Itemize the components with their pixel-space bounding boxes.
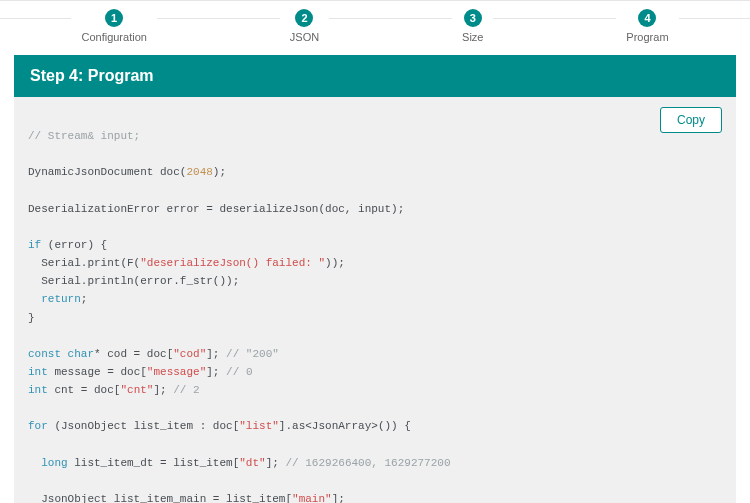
step-number: 2 [295,9,313,27]
code-text: } [28,312,35,324]
code-text: * cod = doc[ [94,348,173,360]
code-comment: // 0 [226,366,252,378]
code-number: 2048 [186,166,212,178]
code-keyword: return [28,293,81,305]
code-text: (error) { [41,239,107,251]
step-size[interactable]: 3 Size [452,9,493,43]
code-comment: // Stream& input; [28,130,140,142]
code-string: "cnt" [120,384,153,396]
code-string: "dt" [239,457,265,469]
code-text: ]; [332,493,345,503]
step-label: Configuration [81,31,146,43]
copy-button[interactable]: Copy [660,107,722,133]
code-keyword: long [28,457,68,469]
code-text: ); [213,166,226,178]
code-string: "main" [292,493,332,503]
step-label: Size [462,31,483,43]
code-keyword: int [28,366,48,378]
code-text: JsonObject list_item_main = list_item[ [28,493,292,503]
code-keyword: const char [28,348,94,360]
code-text: ]; [153,384,173,396]
code-text: list_item_dt = list_item[ [68,457,240,469]
code-comment: // 1629266400, 1629277200 [285,457,450,469]
code-comment: // 2 [173,384,199,396]
code-text: ].as<JsonArray>()) { [279,420,411,432]
step-number: 4 [638,9,656,27]
step-number: 3 [464,9,482,27]
code-block: Copy// Stream& input; DynamicJsonDocumen… [14,97,736,503]
program-panel: Step 4: Program Copy// Stream& input; Dy… [14,55,736,503]
code-text: message = doc[ [48,366,147,378]
code-text: Serial.print(F( [28,257,140,269]
code-text: ]; [266,457,286,469]
code-text: ]; [206,366,226,378]
code-text: Serial.println(error.f_str()); [28,275,239,287]
step-configuration[interactable]: 1 Configuration [71,9,156,43]
code-text: ; [81,293,88,305]
code-text: DynamicJsonDocument doc( [28,166,186,178]
code-keyword: if [28,239,41,251]
code-string: "cod" [173,348,206,360]
panel-title: Step 4: Program [14,55,736,97]
stepper: 1 Configuration 2 JSON 3 Size 4 Program [0,0,750,55]
code-keyword: int [28,384,48,396]
code-string: "list" [239,420,279,432]
code-comment: // "200" [226,348,279,360]
code-text: DeserializationError error = deserialize… [28,203,404,215]
code-text: )); [325,257,345,269]
code-text: (JsonObject list_item : doc[ [48,420,239,432]
step-label: JSON [290,31,319,43]
code-string: "message" [147,366,206,378]
code-text: cnt = doc[ [48,384,121,396]
code-keyword: for [28,420,48,432]
step-program[interactable]: 4 Program [616,9,678,43]
step-number: 1 [105,9,123,27]
step-json[interactable]: 2 JSON [280,9,329,43]
code-string: "deserializeJson() failed: " [140,257,325,269]
step-label: Program [626,31,668,43]
code-text: ]; [206,348,226,360]
